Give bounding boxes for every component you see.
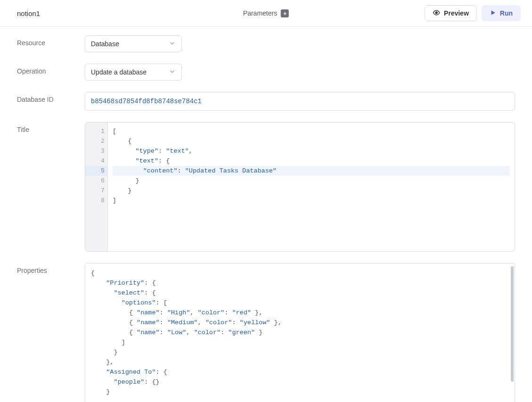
preview-button-label: Preview: [444, 9, 469, 17]
eye-icon: [433, 9, 440, 18]
resource-select[interactable]: Database: [85, 35, 182, 52]
row-properties: Properties { "Priority": { "select": { "…: [17, 263, 515, 402]
title-code-editor[interactable]: 12345678 [ { "type": "text", "text": { "…: [85, 122, 515, 252]
scrollbar[interactable]: [511, 266, 514, 382]
operation-select[interactable]: Update a database: [85, 64, 182, 81]
row-operation: Operation Update a database: [17, 64, 515, 81]
tab-parameters[interactable]: Parameters: [243, 9, 277, 17]
chevron-down-icon: [169, 40, 176, 48]
label-properties: Properties: [17, 263, 85, 402]
play-icon: [490, 9, 496, 17]
row-title: Title 12345678 [ { "type": "text", "text…: [17, 122, 515, 252]
add-tab-button[interactable]: +: [281, 9, 289, 17]
preview-button[interactable]: Preview: [425, 5, 477, 21]
title-code-content[interactable]: [ { "type": "text", "text": { "content":…: [108, 123, 515, 251]
operation-select-value: Update a database: [91, 68, 146, 76]
svg-point-0: [435, 12, 437, 14]
properties-code-editor[interactable]: { "Priority": { "select": { "options": […: [85, 263, 515, 402]
run-button[interactable]: Run: [482, 5, 521, 21]
database-id-input[interactable]: [85, 92, 515, 111]
label-title: Title: [17, 122, 85, 252]
run-button-label: Run: [500, 9, 513, 17]
parameters-panel: Resource Database Operation Update a dat…: [0, 27, 532, 402]
tabs: Parameters +: [243, 9, 289, 17]
topbar: notion1 Parameters + Preview Run: [0, 0, 532, 27]
label-database-id: Database ID: [17, 92, 85, 111]
node-name[interactable]: notion1: [17, 9, 40, 17]
label-operation: Operation: [17, 64, 85, 81]
title-gutter: 12345678: [85, 123, 108, 251]
row-database-id: Database ID: [17, 92, 515, 111]
row-resource: Resource Database: [17, 35, 515, 52]
chevron-down-icon: [169, 68, 176, 76]
label-resource: Resource: [17, 35, 85, 52]
resource-select-value: Database: [91, 40, 119, 48]
